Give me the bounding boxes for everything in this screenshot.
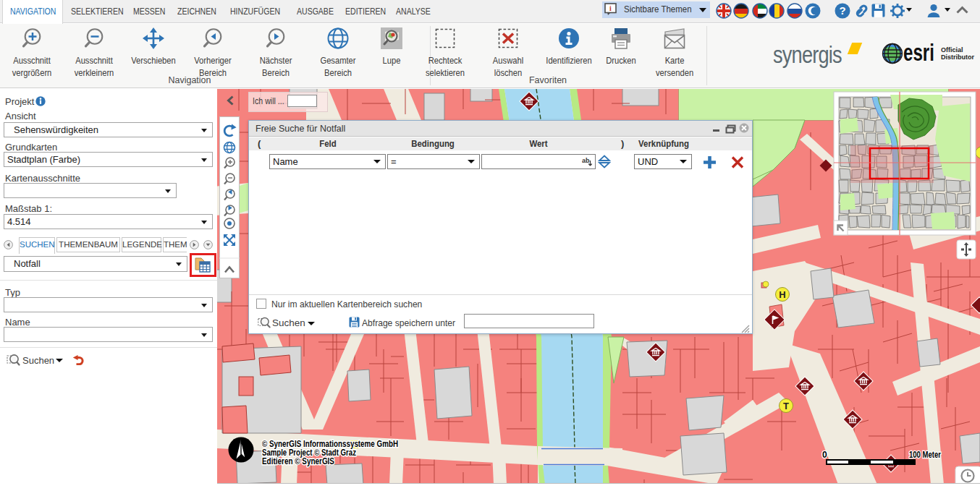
svg-text:0: 0	[822, 450, 827, 460]
svg-text:i: i	[609, 4, 612, 12]
svg-text:ab: ab	[582, 157, 590, 164]
svg-text:T: T	[783, 401, 789, 411]
svg-text:H: H	[779, 289, 785, 300]
svg-text:Editieren © SynerGIS: Editieren © SynerGIS	[262, 456, 334, 466]
svg-text:100 Meter: 100 Meter	[909, 450, 941, 460]
svg-text:?: ?	[839, 4, 845, 17]
